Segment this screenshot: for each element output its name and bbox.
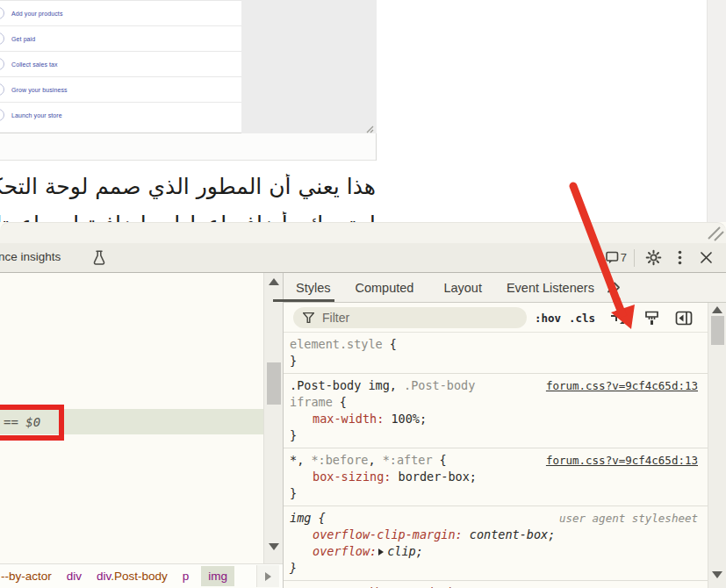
scroll-up-arrow-icon[interactable] [712,306,722,313]
annotation-red-box [0,405,64,441]
devtools-main-toolbar: nce insights 7 [0,243,726,273]
new-style-rule-button[interactable] [608,303,628,333]
filter-field[interactable] [293,307,527,328]
styles-tab-bar: Styles Computed Layout Event Listeners [284,273,726,303]
kebab-menu-icon [678,250,682,265]
inherited-from-section: Inherited from div.Post-body [284,581,708,588]
right-arrow-icon [265,572,271,581]
stylesheet-link[interactable]: forum.css?v=9cf4c65d:13 [546,452,698,469]
styles-sidebar-panel: Styles Computed Layout Event Listeners [284,273,726,588]
css-rule-element-style[interactable]: element.style{ } [284,333,708,374]
devtools-resize-handle-icon[interactable] [706,226,725,241]
scroll-down-arrow-icon[interactable] [269,543,279,550]
setup-item-sales-tax[interactable]: Collect sales tax [0,52,241,77]
elements-tree-panel: == $0 [0,273,263,588]
close-devtools-button[interactable] [693,247,719,269]
funnel-filter-icon [303,312,314,323]
breadcrumb-item-div[interactable]: div [67,570,82,583]
breadcrumb-item-img-selected[interactable]: img [201,566,234,586]
breadcrumb-item-by-actor[interactable]: --by-actor [1,570,52,583]
setup-item-launch-store[interactable]: Launch your store [0,103,241,128]
step-circle-icon [0,58,4,70]
tab-computed[interactable]: Computed [347,273,423,302]
plus-icon [608,308,628,327]
styles-scrollbar[interactable] [708,303,726,588]
setup-guide-list: Add your products Get paid Collect sales… [0,0,241,133]
store-setup-iframe: Add your products Get paid Collect sales… [0,0,377,161]
stylesheet-link[interactable]: forum.css?v=9cf4c65d:13 [546,377,698,394]
browser-page-area: Add your products Get paid Collect sales… [0,0,726,222]
page-right-gutter [707,0,726,222]
arabic-paragraph-line1: هذا يعني أن المطور الذي صمم لوحة التحكم … [0,174,376,209]
scrollbar-thumb[interactable] [711,316,724,345]
css-rule-img-user-agent[interactable]: user agent stylesheet img{ overflow-clip… [284,506,708,581]
issues-count-badge: 7 [621,251,627,264]
setup-item-get-paid[interactable]: Get paid [0,26,241,52]
css-rule-universal[interactable]: forum.css?v=9cf4c65d:13 *, *:before, *:a… [284,448,708,506]
step-circle-icon [0,32,4,45]
scrollbar-thumb[interactable] [267,362,281,405]
iframe-resize-grip-icon[interactable] [366,125,375,133]
gear-icon [645,249,662,266]
scroll-down-arrow-icon[interactable] [712,571,722,578]
breadcrumb-item-div-post-body[interactable]: div.Post-body [97,570,168,583]
toggle-element-state-button[interactable]: :hov [535,303,561,333]
breadcrumb: --by-actor div div.Post-body p img [0,563,283,588]
screenshot-root: Add your products Get paid Collect sales… [0,0,726,588]
setup-item-label: Collect sales tax [11,61,58,68]
more-options-button[interactable] [666,247,693,269]
setup-item-label: Add your products [11,11,63,17]
step-circle-icon [0,83,4,96]
tab-styles[interactable]: Styles [284,273,340,302]
section-divider-line [0,160,376,161]
more-tabs-button[interactable] [607,282,622,293]
experiment-flask-icon [91,249,107,266]
user-agent-stylesheet-label: user agent stylesheet [559,510,698,527]
toolbar-separator [634,249,635,267]
elements-scrollbar[interactable] [263,273,283,563]
computed-sidebar-toggle-button[interactable] [675,303,693,333]
css-rules-list: element.style{ } forum.css?v=9cf4c65d:13… [284,333,708,588]
settings-button[interactable] [640,247,666,269]
double-chevron-icon [607,282,622,293]
panel-toggle-icon [675,311,693,326]
issues-bubble-icon [605,250,620,265]
iframe-gray-background [241,0,377,133]
styles-filter-toolbar: :hov .cls [284,303,708,333]
setup-item-add-products[interactable]: Add your products [0,1,241,26]
step-circle-icon [0,109,4,121]
tab-performance-insights-partial[interactable]: nce insights [0,250,61,263]
close-icon [700,251,713,264]
tab-event-listeners[interactable]: Event Listeners [498,273,603,302]
rendering-emulations-button[interactable] [643,303,660,333]
setup-item-label: Launch your store [11,112,62,118]
arabic-paragraph-line2-clipped: لمتجرك وأضاف إعدادات إضافية لمساعدتك على… [0,212,376,222]
step-circle-icon [0,7,4,19]
breadcrumb-expand-button[interactable] [256,565,279,587]
devtools-body: == $0 --by-actor div div.Post-body p img [0,273,726,588]
setup-item-label: Get paid [11,36,35,42]
devtools-top-strip [0,222,726,243]
devtools-window: nce insights 7 [0,222,726,588]
scroll-up-arrow-icon[interactable] [269,278,279,285]
setup-item-label: Grow your business [11,87,68,93]
filter-input[interactable] [322,311,498,325]
expand-shorthand-icon[interactable] [378,549,384,556]
paint-brush-icon [643,310,660,326]
setup-item-grow-business[interactable]: Grow your business [0,77,241,103]
tab-layout[interactable]: Layout [435,273,491,302]
element-classes-button[interactable]: .cls [569,303,595,333]
css-rule-post-body-img[interactable]: forum.css?v=9cf4c65d:13 .Post-body img, … [284,374,708,448]
breadcrumb-item-p[interactable]: p [183,570,190,583]
